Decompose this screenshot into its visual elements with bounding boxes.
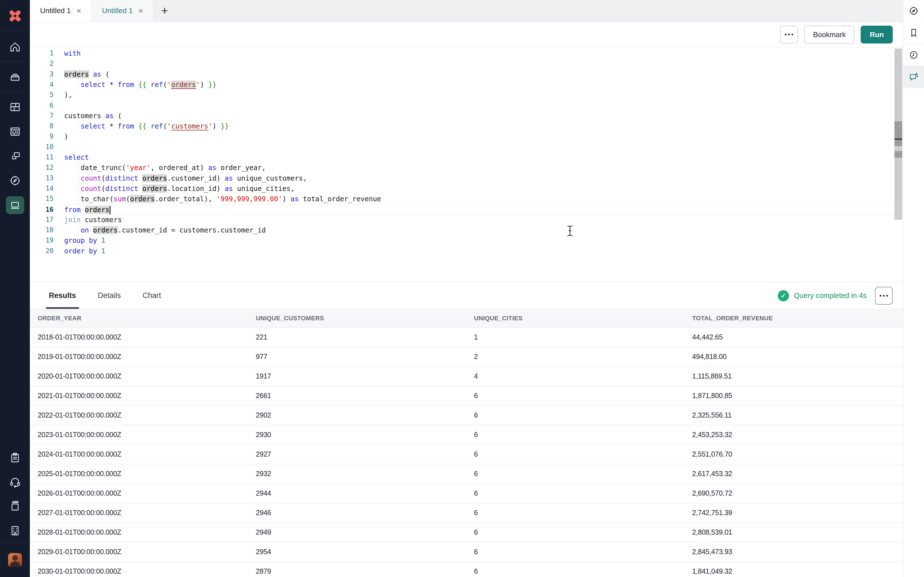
line-number[interactable]: 16 [30,205,53,214]
code-text: select [64,152,89,163]
code-text: ) [64,131,68,142]
line-number[interactable]: 4 [30,79,53,90]
code-line[interactable]: 5), [30,90,903,100]
close-icon[interactable]: × [138,7,144,15]
code-line[interactable]: 6 [30,100,903,111]
sidebar-item-bookmarks[interactable] [903,22,924,44]
table-row[interactable]: 2020-01-01T00:00:00.000Z191741,115,869.5… [30,367,903,386]
right-sidebar [903,0,924,577]
line-number[interactable]: 5 [30,90,53,100]
code-line[interactable]: 9) [30,131,903,142]
table-row[interactable]: 2019-01-01T00:00:00.000Z9772494,818.00 [30,347,903,367]
code-token: ( [163,122,167,130]
table-row[interactable]: 2024-01-01T00:00:00.000Z292762,551,076.7… [30,445,903,464]
code-line[interactable]: 12 date_trunc('year', ordered_at) as ord… [30,163,903,173]
tab-untitled-2[interactable]: Untitled 1 × [92,0,154,22]
line-number[interactable]: 6 [30,100,53,111]
code-token: 1 [101,247,105,255]
sidebar-item-organization[interactable] [0,518,30,542]
sidebar-item-apps[interactable] [0,95,30,119]
results-more-button[interactable] [875,287,893,305]
table-row[interactable]: 2030-01-01T00:00:00.000Z287961,841,049.3… [30,562,903,577]
sidebar-item-projects[interactable] [0,62,30,92]
line-number[interactable]: 10 [30,142,53,152]
line-number[interactable]: 18 [30,225,53,235]
projects-icon [9,71,21,83]
table-row[interactable]: 2025-01-01T00:00:00.000Z293262,617,453.3… [30,464,903,484]
sidebar-item-history[interactable] [903,44,924,66]
line-number[interactable]: 19 [30,235,53,246]
table-row[interactable]: 2028-01-01T00:00:00.000Z294962,808,539.0… [30,523,903,542]
code-token [147,81,151,89]
editor-scrollbar[interactable] [895,48,902,220]
sidebar-item-workspace[interactable] [0,193,30,218]
code-line[interactable]: 15 to_char(sum(orders.order_total), '999… [30,194,903,204]
line-number[interactable]: 3 [30,69,53,79]
code-line[interactable]: 19group by 1 [30,235,903,246]
line-number[interactable]: 13 [30,173,53,184]
table-row[interactable]: 2029-01-01T00:00:00.000Z295462,845,473.9… [30,542,903,562]
line-number[interactable]: 1 [30,48,53,58]
sidebar-item-docs[interactable] [0,494,30,518]
line-number[interactable]: 17 [30,214,53,225]
sidebar-item-home[interactable] [0,32,30,62]
code-line[interactable]: 17join customers [30,214,903,225]
code-line[interactable]: 18 on orders.customer_id = customers.cus… [30,225,903,235]
sidebar-item-ai-assistant[interactable] [903,66,924,88]
line-number[interactable]: 9 [30,131,53,142]
table-row[interactable]: 2018-01-01T00:00:00.000Z221144,442.65 [30,328,903,347]
table-row[interactable]: 2022-01-01T00:00:00.000Z290262,325,556.1… [30,406,903,425]
code-line[interactable]: 2 [30,58,903,69]
tab-chart[interactable]: Chart [142,282,161,309]
sql-editor[interactable]: 1with23orders as (4 select * from {{ ref… [30,48,903,282]
table-cell: 2,845,473.93 [684,548,903,556]
results-tab-bar: Results Details Chart ✓ Query completed … [30,282,903,309]
tab-details[interactable]: Details [98,282,121,309]
code-token: select [64,153,89,161]
code-line[interactable]: 8 select * from {{ ref('customers') }} [30,121,903,131]
sidebar-item-explore-right[interactable] [903,0,924,22]
table-row[interactable]: 2027-01-01T00:00:00.000Z294662,742,751.3… [30,503,903,523]
avatar[interactable] [8,553,22,567]
line-number[interactable]: 20 [30,246,53,256]
line-number[interactable]: 11 [30,152,53,163]
line-number[interactable]: 2 [30,58,53,69]
code-line[interactable]: 10 [30,142,903,152]
run-button[interactable]: Run [861,26,893,44]
table-cell: 2944 [248,489,466,497]
code-line[interactable]: 4 select * from {{ ref('orders') }} [30,79,903,90]
code-line[interactable]: 11select [30,152,903,163]
table-row[interactable]: 2023-01-01T00:00:00.000Z293062,453,253.3… [30,425,903,445]
table-row[interactable]: 2021-01-01T00:00:00.000Z266161,871,800.8… [30,386,903,406]
sidebar-item-components[interactable] [0,144,30,168]
hex-logo[interactable] [0,0,30,32]
sidebar-item-templates[interactable] [0,445,30,470]
code-window-icon [9,126,21,138]
new-tab-button[interactable]: + [154,0,176,22]
code-line[interactable]: 3orders as ( [30,69,903,79]
code-line[interactable]: 1with [30,48,903,58]
hex-logo-icon [7,8,23,24]
bookmark-button[interactable]: Bookmark [804,26,855,44]
sidebar-item-support[interactable] [0,470,30,494]
code-token: sum [113,195,126,203]
code-line[interactable]: 13 count(distinct orders.customer_id) as… [30,173,903,184]
line-number[interactable]: 8 [30,121,53,131]
code-line[interactable]: 16from orders [30,204,903,214]
sidebar-item-explore[interactable] [0,168,30,193]
line-number[interactable]: 14 [30,184,53,194]
close-icon[interactable]: × [76,7,81,15]
line-number[interactable]: 15 [30,194,53,204]
more-options-button[interactable] [780,26,798,44]
code-text: orders as ( [64,69,109,79]
table-cell: 2930 [248,431,466,439]
line-number[interactable]: 7 [30,111,53,121]
code-line[interactable]: 14 count(distinct orders.location_id) as… [30,184,903,194]
tab-untitled-1[interactable]: Untitled 1 × [30,0,92,22]
code-line[interactable]: 20order by 1 [30,246,903,256]
line-number[interactable]: 12 [30,163,53,173]
tab-results[interactable]: Results [49,282,76,309]
code-line[interactable]: 7customers as ( [30,111,903,121]
table-row[interactable]: 2026-01-01T00:00:00.000Z294462,690,570.7… [30,484,903,503]
sidebar-item-code-window[interactable] [0,119,30,144]
